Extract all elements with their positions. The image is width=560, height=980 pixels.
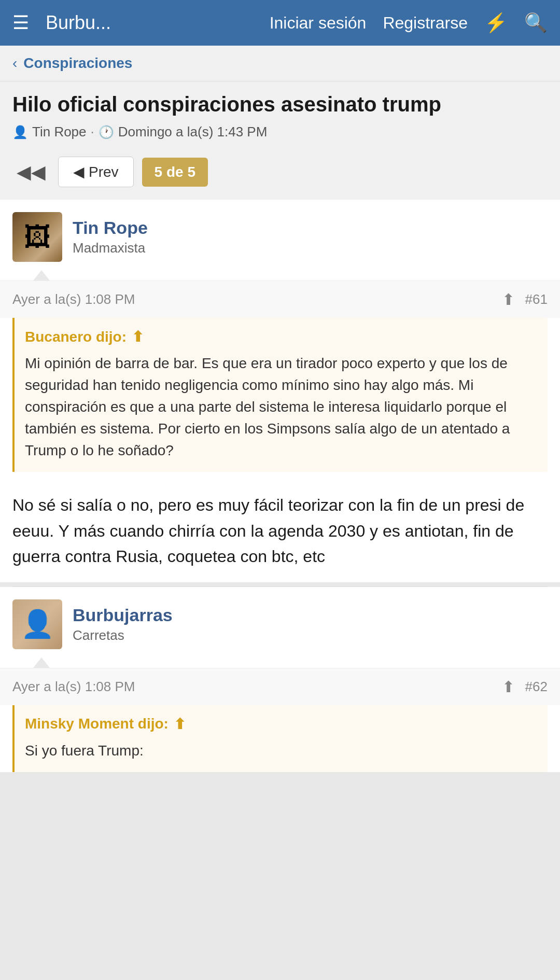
top-navigation: ☰ Burbu... Iniciar sesión Registrarse ⚡ … <box>0 0 560 46</box>
username[interactable]: Tin Rope <box>73 218 148 238</box>
user-info: Tin Rope Madmaxista <box>73 218 148 256</box>
post-timestamp: Ayer a la(s) 1:08 PM <box>12 679 135 695</box>
thread-author[interactable]: Tin Rope <box>32 124 87 140</box>
post-tail-area <box>0 270 560 281</box>
post-actions: ⬆ #62 <box>502 678 548 696</box>
post-card: Burbujarras Carretas Ayer a la(s) 1:08 P… <box>0 587 560 772</box>
user-role: Carretas <box>73 627 173 643</box>
username[interactable]: Burbujarras <box>73 605 173 625</box>
user-info: Burbujarras Carretas <box>73 605 173 643</box>
meta-separator: · <box>91 124 94 140</box>
post-timestamp: Ayer a la(s) 1:08 PM <box>12 291 135 307</box>
thread-date: Domingo a la(s) 1:43 PM <box>118 124 268 140</box>
quote-up-icon[interactable]: ⬆ <box>132 328 144 345</box>
pagination: ◀◀ ◀ Prev 5 de 5 <box>0 148 560 200</box>
quote-up-icon[interactable]: ⬆ <box>174 716 186 733</box>
user-role: Madmaxista <box>73 240 148 256</box>
post-header: Tin Rope Madmaxista <box>0 200 560 270</box>
prev-icon: ◀ <box>73 163 85 180</box>
quote-block: Bucanero dijo: ⬆ Mi opinión de barra de … <box>12 318 548 472</box>
clock-icon: 🕐 <box>99 125 114 139</box>
quote-author: Minsky Moment dijo: <box>25 716 169 732</box>
post-number[interactable]: #62 <box>525 679 548 695</box>
quote-attribution: Bucanero dijo: ⬆ <box>25 328 537 345</box>
avatar[interactable] <box>12 212 62 262</box>
post-card: Tin Rope Madmaxista Ayer a la(s) 1:08 PM… <box>0 200 560 582</box>
brand-name[interactable]: Burbu... <box>46 12 253 34</box>
post-tail-area <box>0 657 560 668</box>
breadcrumb-category[interactable]: Conspiraciones <box>23 55 132 72</box>
avatar[interactable] <box>12 599 62 649</box>
register-link[interactable]: Registrarse <box>383 13 468 33</box>
quote-text: Si yo fuera Trump: <box>25 740 537 762</box>
quote-text: Mi opinión de barra de bar. Es que era u… <box>25 353 537 461</box>
post-header: Burbujarras Carretas <box>0 587 560 657</box>
current-page: 5 de 5 <box>142 158 208 187</box>
lightning-icon[interactable]: ⚡ <box>484 12 508 34</box>
share-icon[interactable]: ⬆ <box>502 290 515 309</box>
prev-label: Prev <box>89 164 119 180</box>
share-icon[interactable]: ⬆ <box>502 678 515 696</box>
page-title: Hilo oficial conspiraciones asesinato tr… <box>12 92 548 117</box>
author-icon: 👤 <box>12 125 28 139</box>
page-title-area: Hilo oficial conspiraciones asesinato tr… <box>0 81 560 148</box>
post-number[interactable]: #61 <box>525 291 548 307</box>
search-icon[interactable]: 🔍 <box>524 12 548 34</box>
post-tail <box>33 657 50 668</box>
rewind-button[interactable]: ◀◀ <box>12 157 50 187</box>
thread-meta: 👤 Tin Rope · 🕐 Domingo a la(s) 1:43 PM <box>12 124 548 140</box>
login-link[interactable]: Iniciar sesión <box>270 13 367 33</box>
prev-page-button[interactable]: ◀ Prev <box>58 157 134 187</box>
post-tail <box>33 270 50 281</box>
quote-author: Bucanero dijo: <box>25 329 127 345</box>
post-footer: Ayer a la(s) 1:08 PM ⬆ #61 <box>0 281 560 318</box>
post-footer: Ayer a la(s) 1:08 PM ⬆ #62 <box>0 668 560 705</box>
post-actions: ⬆ #61 <box>502 290 548 309</box>
breadcrumb: ‹ Conspiraciones <box>0 46 560 81</box>
post-body: No sé si salía o no, pero es muy fácil t… <box>0 482 560 582</box>
post-text: No sé si salía o no, pero es muy fácil t… <box>12 493 548 570</box>
quote-block: Minsky Moment dijo: ⬆ Si yo fuera Trump: <box>12 705 548 772</box>
quote-attribution: Minsky Moment dijo: ⬆ <box>25 716 537 733</box>
hamburger-menu-icon[interactable]: ☰ <box>12 13 29 32</box>
back-arrow-icon[interactable]: ‹ <box>12 55 17 72</box>
